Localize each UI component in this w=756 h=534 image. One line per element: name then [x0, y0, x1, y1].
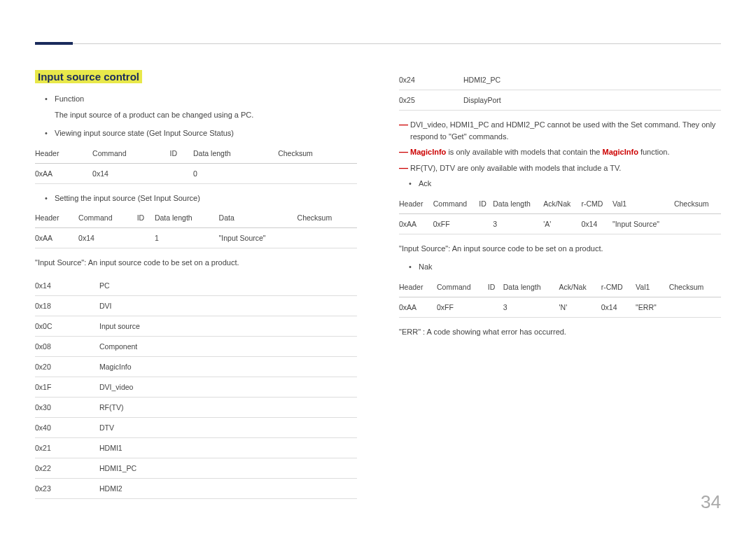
bullet-setting: • Setting the input source (Set Input So…: [45, 192, 357, 204]
table-row: 0x25DisplayPort: [399, 90, 721, 111]
table-row: 0x0CInput source: [35, 316, 357, 336]
th: Header: [399, 194, 433, 214]
th: Checksum: [278, 143, 357, 164]
bullet-dot-icon: •: [45, 192, 55, 204]
td: [488, 297, 503, 317]
bullet-dot-icon: •: [45, 127, 55, 139]
td: 0xAA: [399, 213, 433, 234]
table-row: 0x22HDMI1_PC: [35, 458, 357, 478]
table-row: 0x20MagicInfo: [35, 356, 357, 377]
left-column: Input source control • Function The inpu…: [35, 70, 357, 507]
th: Data: [219, 208, 298, 228]
th: Command: [78, 208, 137, 228]
th: Ack/Nak: [559, 277, 601, 297]
dash-icon: ―: [399, 162, 410, 174]
function-description: The input source of a product can be cha…: [55, 109, 357, 121]
set-source-table: Header Command ID Data length Data Check…: [35, 208, 357, 248]
bullet-ack-label: Ack: [419, 178, 431, 190]
th: Checksum: [298, 208, 357, 228]
th: ID: [479, 194, 493, 214]
note-magicinfo: ― MagicInfo is only available with model…: [399, 146, 721, 158]
note-text: RF(TV), DTV are only available with mode…: [410, 162, 621, 174]
table-header-row: Header Command ID Data length Data Check…: [35, 208, 357, 228]
td: 1: [155, 228, 219, 248]
td: 'N': [559, 297, 601, 317]
bullet-function: • Function: [45, 93, 357, 105]
td-code: 0x23: [35, 478, 99, 498]
bullet-ack: • Ack: [409, 178, 721, 190]
th: Val1: [636, 277, 669, 297]
td: 0xFF: [437, 297, 488, 317]
th: ID: [137, 208, 155, 228]
td-label: RF(TV): [99, 397, 357, 417]
table-row: 0xAA 0xFF 3 'N' 0x14 "ERR": [399, 297, 721, 317]
td: 0xAA: [35, 228, 78, 248]
page-number: 34: [701, 491, 721, 513]
td-label: HDMI1_PC: [99, 458, 357, 478]
source-codes-table-cont: 0x24HDMI2_PC0x25DisplayPort: [399, 70, 721, 111]
table-row: 0x40DTV: [35, 417, 357, 437]
bullet-viewing: • Viewing input source state (Get Input …: [45, 127, 357, 139]
table-row: 0x24HDMI2_PC: [399, 70, 721, 90]
td-label: MagicInfo: [99, 356, 357, 377]
td-code: 0x25: [399, 90, 463, 111]
content-columns: Input source control • Function The inpu…: [35, 70, 721, 507]
table-header-row: Header Command ID Data length Ack/Nak r-…: [399, 194, 721, 214]
th: Command: [433, 194, 479, 214]
td: 0xFF: [433, 213, 479, 234]
td: 0x14: [92, 163, 169, 183]
note-text: DVI_video, HDMI1_PC and HDMI2_PC cannot …: [410, 119, 721, 142]
td: "Input Source": [219, 228, 298, 248]
th: Data length: [503, 277, 559, 297]
td: [298, 228, 357, 248]
dash-icon: ―: [399, 119, 410, 130]
table-row: 0x18DVI: [35, 295, 357, 316]
ack-description: "Input Source": An input source code to …: [399, 243, 721, 255]
table-row: 0x14PC: [35, 276, 357, 296]
td-code: 0x30: [35, 397, 99, 417]
note-text: MagicInfo is only available with models …: [410, 146, 670, 158]
source-codes-table: 0x14PC0x18DVI0x0CInput source0x08Compone…: [35, 276, 357, 499]
td-code: 0x18: [35, 295, 99, 316]
td-label: HDMI2_PC: [463, 70, 721, 90]
table-row: 0x21HDMI1: [35, 437, 357, 458]
th: Val1: [612, 194, 674, 214]
th: Data length: [493, 194, 543, 214]
table-header-row: Header Command ID Data length Ack/Nak r-…: [399, 277, 721, 297]
td: "ERR": [636, 297, 669, 317]
td-label: Component: [99, 336, 357, 356]
input-source-description: "Input Source": An input source code to …: [35, 257, 357, 269]
td: 'A': [543, 213, 581, 234]
td: [669, 297, 721, 317]
table-row: 0xAA 0x14 0: [35, 163, 357, 183]
td: [479, 213, 493, 234]
td: [137, 228, 155, 248]
get-status-table: Header Command ID Data length Checksum 0…: [35, 143, 357, 184]
bullet-viewing-label: Viewing input source state (Get Input So…: [55, 127, 234, 139]
table-row: 0x08Component: [35, 336, 357, 356]
bullet-dot-icon: •: [409, 178, 419, 190]
table-row: 0xAA 0xFF 3 'A' 0x14 "Input Source": [399, 213, 721, 234]
table-header-row: Header Command ID Data length Checksum: [35, 143, 357, 164]
th: Ack/Nak: [543, 194, 581, 214]
table-row: 0x30RF(TV): [35, 397, 357, 417]
th: Command: [437, 277, 488, 297]
bullet-nak-label: Nak: [419, 261, 433, 273]
td-label: DVI: [99, 295, 357, 316]
th: Command: [92, 143, 169, 164]
dash-icon: ―: [399, 146, 410, 157]
table-row: 0x23HDMI2: [35, 478, 357, 498]
td-label: Input source: [99, 316, 357, 336]
bullet-dot-icon: •: [45, 93, 55, 105]
td-code: 0x1F: [35, 377, 99, 397]
magicinfo-highlight: MagicInfo: [410, 148, 446, 156]
td-label: DVI_video: [99, 377, 357, 397]
td: 0xAA: [399, 297, 437, 317]
td-label: DisplayPort: [463, 90, 721, 111]
td: 3: [503, 297, 559, 317]
td: 0x14: [78, 228, 137, 248]
top-rule: [35, 43, 721, 44]
table-row: 0xAA 0x14 1 "Input Source": [35, 228, 357, 248]
td-code: 0x21: [35, 437, 99, 458]
bullet-setting-label: Setting the input source (Set Input Sour…: [55, 192, 200, 204]
